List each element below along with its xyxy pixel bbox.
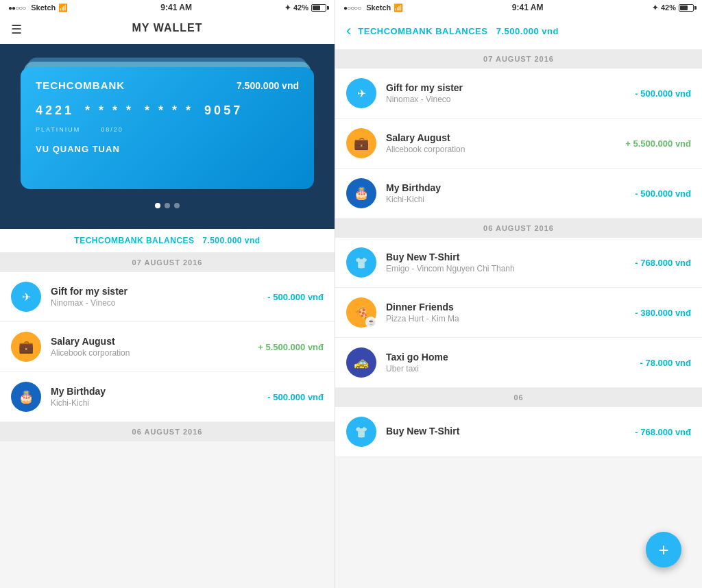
right-header-amount: 7.500.000 vnd — [496, 26, 559, 36]
left-transactions: 07 AUGUST 2016 ✈ Gift for my sister Nino… — [0, 253, 335, 588]
tx-info-gift-sister: Gift for my sister Ninomax - Vineco — [51, 286, 258, 308]
card-number-1: 4221 — [36, 103, 74, 118]
tx-subtitle-birthday-r: Kichi-Kichi — [386, 195, 625, 204]
salary-icon-r: 💼 — [354, 136, 369, 151]
avatar-salary: 💼 — [11, 332, 41, 362]
right-status-left: ●○○○○ Sketch 📶 — [343, 3, 403, 12]
birthday-icon-r: 🎂 — [354, 186, 369, 201]
tx-title-gift-sister-r: Gift for my sister — [386, 82, 625, 93]
card-stack: TECHCOMBANK 7.500.000 vnd 4221 * * * * *… — [21, 58, 314, 195]
tx-dinner-right[interactable]: 🍕 ☕ Dinner Friends Pizza Hurt - Kim Ma -… — [335, 288, 702, 338]
avatar-tshirt: 👕 — [346, 247, 376, 278]
tx-amount-tshirt: - 768.000 vnđ — [635, 258, 691, 268]
tx-amount-gift-sister: - 500.000 vnđ — [267, 292, 324, 302]
card-main[interactable]: TECHCOMBANK 7.500.000 vnd 4221 * * * * *… — [21, 67, 314, 189]
battery-icon — [311, 4, 326, 12]
tx-info-dinner: Dinner Friends Pizza Hurt - Kim Ma — [386, 302, 625, 323]
tx-info-salary: Salary August Alicebook corporation — [51, 336, 248, 358]
plane-icon-r: ✈ — [357, 87, 366, 100]
card-expiry-label: 08/20 — [101, 126, 123, 133]
right-status-time: 9:41 AM — [512, 3, 544, 12]
card-number-4: 9057 — [204, 103, 243, 118]
tx-title-salary: Salary August — [51, 336, 248, 347]
left-panel: ●●○○○ Sketch 📶 9:41 AM ✦ 42% ☰ MY WALLET… — [0, 0, 335, 588]
tx-title-gift-sister: Gift for my sister — [51, 286, 258, 297]
avatar-gift-sister-r: ✈ — [346, 78, 376, 108]
right-header: ‹ TECHCOMBANK BALANCES 7.500.000 vnd — [335, 15, 702, 49]
left-header: ☰ MY WALLET — [0, 15, 335, 44]
card-type-label: PLATINIUM — [36, 126, 80, 133]
tx-amount-salary-r: + 5.500.000 vnđ — [625, 138, 691, 149]
tx-tshirt2-right[interactable]: 👕 Buy New T-Shirt - 768.000 vnđ — [335, 407, 702, 457]
tx-amount-taxi: - 78.000 vnđ — [640, 358, 691, 368]
tx-title-taxi: Taxi go Home — [386, 352, 631, 363]
tx-gift-sister-left[interactable]: ✈ Gift for my sister Ninomax - Vineco - … — [0, 272, 335, 322]
card-type-group: PLATINIUM — [36, 126, 80, 134]
tx-gift-sister-right[interactable]: ✈ Gift for my sister Ninomax - Vineco - … — [335, 69, 702, 119]
tx-info-gift-sister-r: Gift for my sister Ninomax - Vineco — [386, 82, 625, 104]
tx-taxi-right[interactable]: 🚕 Taxi go Home Uber taxi - 78.000 vnđ — [335, 338, 702, 388]
card-expiry-group: 08/20 — [101, 126, 123, 134]
tx-amount-tshirt2: - 768.000 vnđ — [635, 427, 691, 437]
tx-birthday-left[interactable]: 🎂 My Birthday Kichi-Kichi - 500.000 vnđ — [0, 372, 335, 422]
tx-subtitle-gift-sister-r: Ninomax - Vineco — [386, 95, 625, 104]
tx-subtitle-birthday: Kichi-Kichi — [51, 398, 258, 408]
tx-subtitle-tshirt: Emigo - Vincom Nguyen Chi Thanh — [386, 264, 625, 273]
card-holder-name: VU QUANG TUAN — [36, 144, 299, 154]
avatar-salary-r: 💼 — [346, 128, 376, 158]
left-status-right: ✦ 42% — [285, 3, 326, 12]
dot-2[interactable] — [165, 203, 170, 208]
right-header-bank: TECHCOMBANK BALANCES — [358, 26, 487, 36]
balance-amount: 7.500.000 vnd — [202, 236, 261, 245]
tx-info-birthday-r: My Birthday Kichi-Kichi — [386, 182, 625, 204]
right-battery-icon — [679, 4, 694, 12]
avatar-birthday: 🎂 — [11, 382, 41, 412]
balance-label: TECHCOMBANK BALANCES 7.500.000 vnd — [0, 229, 335, 253]
tshirt-icon: 👕 — [354, 256, 368, 269]
tx-title-birthday: My Birthday — [51, 386, 258, 397]
tx-title-salary-r: Salary August — [386, 132, 616, 143]
tx-salary-right[interactable]: 💼 Salary August Alicebook corporation + … — [335, 119, 702, 169]
right-panel: ●○○○○ Sketch 📶 9:41 AM ✦ 42% ‹ TECHCOMBA… — [335, 0, 702, 588]
tx-info-tshirt2: Buy New T-Shirt — [386, 426, 625, 438]
salary-icon: 💼 — [19, 339, 34, 354]
date-sep-aug7-right: 07 AUGUST 2016 — [335, 49, 702, 69]
avatar-birthday-r: 🎂 — [346, 178, 376, 208]
tx-salary-left[interactable]: 💼 Salary August Alicebook corporation + … — [0, 322, 335, 372]
wifi-icon: 📶 — [58, 3, 68, 12]
right-battery-percent: 42% — [661, 3, 676, 12]
tx-amount-gift-sister-r: - 500.000 vnđ — [635, 88, 691, 99]
card-balance: 7.500.000 vnd — [237, 80, 299, 91]
avatar-tshirt2: 👕 — [346, 417, 376, 447]
tx-info-salary-r: Salary August Alicebook corporation — [386, 132, 616, 154]
left-status-time: 9:41 AM — [160, 3, 192, 12]
battery-percent: 42% — [293, 3, 308, 12]
plane-icon: ✈ — [22, 291, 31, 304]
card-number-3: * * * * — [145, 103, 193, 118]
tx-title-dinner: Dinner Friends — [386, 302, 625, 313]
card-pagination — [21, 195, 314, 208]
avatar-taxi: 🚕 — [346, 347, 376, 378]
tx-info-tshirt: Buy New T-Shirt Emigo - Vincom Nguyen Ch… — [386, 252, 625, 273]
right-transactions: 07 AUGUST 2016 ✈ Gift for my sister Nino… — [335, 49, 702, 588]
signal-dots: ●●○○○ — [8, 4, 25, 12]
dinner-badge: ☕ — [365, 317, 376, 328]
menu-icon[interactable]: ☰ — [11, 22, 22, 37]
tx-tshirt-right[interactable]: 👕 Buy New T-Shirt Emigo - Vincom Nguyen … — [335, 238, 702, 288]
dot-3[interactable] — [174, 203, 180, 208]
card-number-2: * * * * — [85, 103, 134, 118]
card-bank-name: TECHCOMBANK — [36, 79, 125, 91]
tx-birthday-right[interactable]: 🎂 My Birthday Kichi-Kichi - 500.000 vnđ — [335, 169, 702, 219]
tx-subtitle-salary: Alicebook corporation — [51, 348, 248, 358]
dot-1[interactable] — [155, 203, 160, 208]
right-bluetooth-icon: ✦ — [652, 3, 658, 12]
back-button[interactable]: ‹ — [346, 22, 351, 40]
tx-subtitle-taxi: Uber taxi — [386, 364, 631, 373]
right-status-right: ✦ 42% — [652, 3, 694, 12]
left-status-left: ●●○○○ Sketch 📶 — [8, 3, 68, 12]
tshirt2-icon: 👕 — [354, 426, 368, 439]
fab-add-button[interactable]: + — [646, 532, 681, 567]
date-sep-aug7-left: 07 AUGUST 2016 — [0, 253, 335, 272]
tx-subtitle-salary-r: Alicebook corporation — [386, 145, 616, 154]
right-status-bar: ●○○○○ Sketch 📶 9:41 AM ✦ 42% — [335, 0, 702, 15]
